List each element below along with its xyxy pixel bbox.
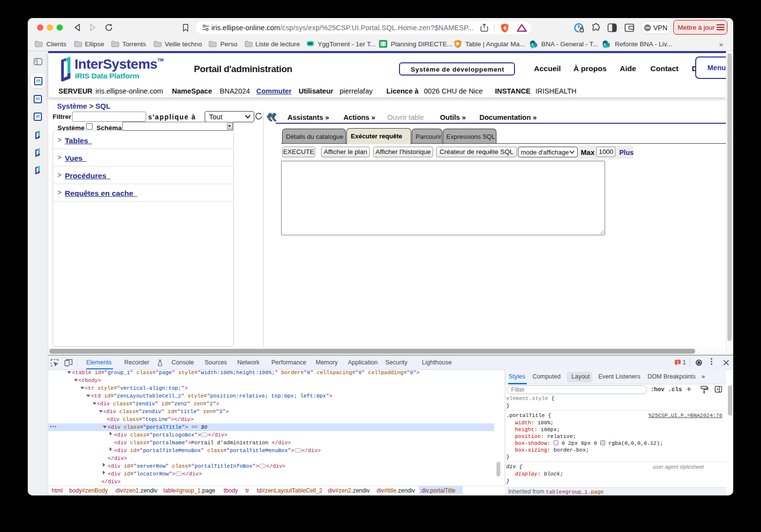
svg-text:s: s: [531, 42, 533, 47]
svg-text:s: s: [604, 42, 606, 47]
